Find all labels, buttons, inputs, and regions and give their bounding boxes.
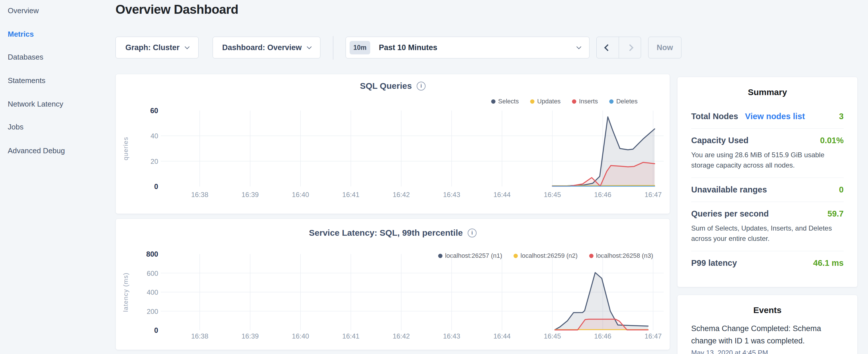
summary-value: 46.1 ms (813, 258, 844, 268)
summary-label: Total Nodes (691, 112, 738, 121)
summary-label: P99 latency (691, 258, 737, 268)
sidebar-item-statements[interactable]: Statements (8, 76, 45, 85)
sidebar-item-jobs[interactable]: Jobs (8, 123, 24, 131)
event-timestamp: May 13, 2020 at 4:45 PM (691, 349, 844, 354)
sidebar-item-overview[interactable]: Overview (8, 6, 39, 15)
summary-label: Unavailable ranges (691, 185, 767, 194)
svg-text:0: 0 (154, 326, 158, 334)
sql-queries-plot: 16:3816:3916:4016:4116:4216:4316:4416:45… (116, 106, 670, 202)
svg-text:16:42: 16:42 (393, 332, 410, 340)
svg-text:16:41: 16:41 (342, 332, 359, 340)
summary-row-p99-latency: P99 latency 46.1 ms (691, 251, 844, 275)
main-content: Overview Dashboard Graph: Cluster Dashbo… (116, 0, 681, 354)
chevron-down-icon (577, 44, 582, 49)
svg-text:16:47: 16:47 (645, 191, 662, 198)
summary-row-queries-per-second: Queries per second 59.7 Sum of Selects, … (691, 202, 844, 251)
sidebar-item-databases[interactable]: Databases (8, 53, 43, 62)
summary-label: Capacity Used (691, 136, 748, 145)
sidebar-item-advanced-debug[interactable]: Advanced Debug (8, 147, 65, 155)
graph-dropdown-label: Graph: Cluster (125, 43, 179, 52)
time-next-button[interactable] (619, 37, 641, 58)
svg-text:16:42: 16:42 (393, 191, 410, 198)
time-range-badge: 10m (350, 41, 370, 55)
svg-text:16:38: 16:38 (191, 191, 208, 198)
summary-value: 0.01% (820, 136, 844, 145)
summary-label: Queries per second (691, 209, 769, 219)
legend-label: Selects (498, 98, 519, 105)
time-range-dropdown[interactable]: 10m Past 10 Minutes (346, 37, 589, 58)
chevron-down-icon (185, 44, 189, 49)
svg-text:16:45: 16:45 (544, 332, 561, 340)
time-prev-button[interactable] (597, 37, 619, 58)
summary-row-total-nodes: Total Nodes View nodes list 3 (691, 104, 844, 128)
legend-item[interactable]: Selects (491, 98, 519, 105)
toolbar-divider (333, 36, 333, 60)
toolbar: Graph: Cluster Dashboard: Overview 10m P… (116, 37, 689, 58)
svg-text:16:40: 16:40 (292, 332, 309, 340)
chevron-right-icon (626, 44, 633, 51)
service-latency-chart-card: Service Latency: SQL, 99th percentile i … (116, 219, 670, 350)
dashboard-dropdown[interactable]: Dashboard: Overview (213, 37, 320, 58)
summary-row-unavailable-ranges: Unavailable ranges 0 (691, 178, 844, 202)
view-nodes-list-link[interactable]: View nodes list (745, 112, 805, 121)
svg-text:40: 40 (150, 132, 158, 140)
summary-title: Summary (691, 87, 844, 97)
svg-text:800: 800 (146, 250, 158, 258)
svg-text:16:43: 16:43 (443, 332, 460, 340)
svg-text:16:41: 16:41 (342, 191, 359, 198)
svg-text:16:47: 16:47 (645, 332, 662, 340)
svg-text:16:45: 16:45 (544, 191, 561, 198)
legend-item[interactable]: Deletes (609, 98, 638, 105)
right-column: Summary Total Nodes View nodes list 3 Ca… (677, 77, 858, 354)
graph-dropdown[interactable]: Graph: Cluster (116, 37, 198, 58)
time-nav-group (596, 37, 641, 58)
svg-text:latency (ms): latency (ms) (122, 272, 129, 312)
chart-legend: Selects Updates Inserts Deletes (491, 98, 638, 105)
legend-item[interactable]: Inserts (572, 98, 598, 105)
chart-title-row: SQL Queries i (116, 81, 670, 91)
sql-queries-chart-card: SQL Queries i Selects Updates Inserts De… (116, 74, 670, 214)
sidebar: Overview Metrics Databases Statements Ne… (0, 0, 115, 354)
chevron-down-icon (307, 44, 311, 49)
info-icon[interactable]: i (417, 82, 426, 91)
events-title: Events (691, 305, 844, 315)
event-text: Schema Change Completed: Schema change w… (691, 322, 844, 347)
series-dot (609, 99, 614, 104)
service-latency-plot: 16:3816:3916:4016:4116:4216:4316:4416:45… (116, 250, 670, 349)
svg-text:16:39: 16:39 (242, 191, 259, 198)
event-item[interactable]: Schema Change Completed: Schema change w… (691, 322, 844, 354)
sidebar-item-metrics[interactable]: Metrics (8, 30, 34, 39)
svg-text:0: 0 (154, 183, 158, 190)
page-title: Overview Dashboard (116, 2, 239, 17)
summary-description: You are using 28.6 MiB of 515.9 GiB usab… (691, 150, 844, 170)
svg-text:16:43: 16:43 (443, 191, 460, 198)
svg-text:600: 600 (147, 269, 158, 277)
svg-text:400: 400 (147, 288, 158, 296)
sidebar-item-network-latency[interactable]: Network Latency (8, 100, 63, 108)
svg-text:20: 20 (150, 158, 158, 165)
legend-label: Updates (537, 98, 560, 105)
legend-label: Inserts (579, 98, 598, 105)
summary-panel: Summary Total Nodes View nodes list 3 Ca… (677, 77, 858, 287)
dashboard-dropdown-label: Dashboard: Overview (222, 43, 302, 52)
svg-text:16:38: 16:38 (191, 332, 208, 340)
now-button[interactable]: Now (648, 37, 681, 58)
svg-text:16:46: 16:46 (594, 332, 611, 340)
summary-value: 0 (839, 185, 844, 194)
legend-item[interactable]: Updates (530, 98, 560, 105)
svg-text:16:44: 16:44 (493, 191, 510, 198)
summary-description: Sum of Selects, Updates, Inserts, and De… (691, 223, 844, 244)
summary-value: 3 (839, 112, 844, 121)
summary-row-capacity-used: Capacity Used 0.01% You are using 28.6 M… (691, 128, 844, 178)
chart-title: Service Latency: SQL, 99th percentile (309, 228, 463, 238)
series-dot (530, 99, 534, 104)
svg-text:16:40: 16:40 (292, 191, 309, 198)
events-panel: Events Schema Change Completed: Schema c… (677, 295, 858, 354)
summary-value: 59.7 (828, 209, 844, 219)
info-icon[interactable]: i (468, 229, 476, 237)
series-dot (572, 99, 576, 104)
chevron-left-icon (604, 44, 611, 51)
svg-text:60: 60 (150, 106, 158, 115)
svg-text:200: 200 (147, 308, 158, 315)
chart-title: SQL Queries (360, 81, 412, 91)
